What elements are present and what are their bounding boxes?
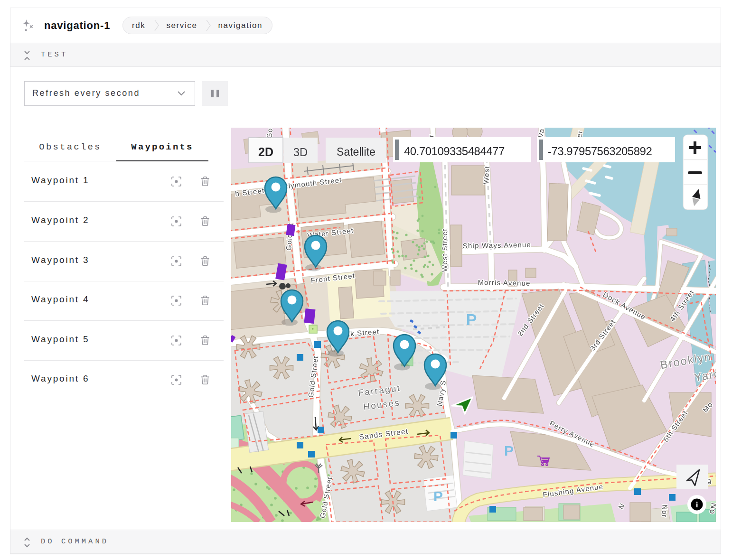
svg-text:P: P (466, 310, 477, 328)
svg-text:Morris Avenue: Morris Avenue (478, 278, 530, 287)
svg-text:Satellite: Satellite (337, 146, 375, 158)
svg-text:er: er (575, 130, 584, 138)
svg-text:P: P (433, 488, 443, 504)
svg-text:Nor: Nor (661, 504, 669, 518)
svg-text:2D: 2D (258, 145, 273, 159)
svg-text:i: i (696, 500, 698, 509)
svg-text:-73.97957563205892: -73.97957563205892 (548, 145, 652, 158)
svg-text:Ship Ways Avenue: Ship Ways Avenue (463, 241, 532, 250)
svg-text:West Street: West Street (441, 228, 449, 271)
svg-text:Va: Va (536, 128, 546, 138)
svg-text:Go: Go (265, 128, 274, 139)
svg-text:3D: 3D (293, 146, 308, 159)
svg-text:P: P (504, 443, 514, 458)
svg-text:West: West (482, 166, 491, 185)
svg-text:40.70109335484477: 40.70109335484477 (404, 145, 505, 158)
